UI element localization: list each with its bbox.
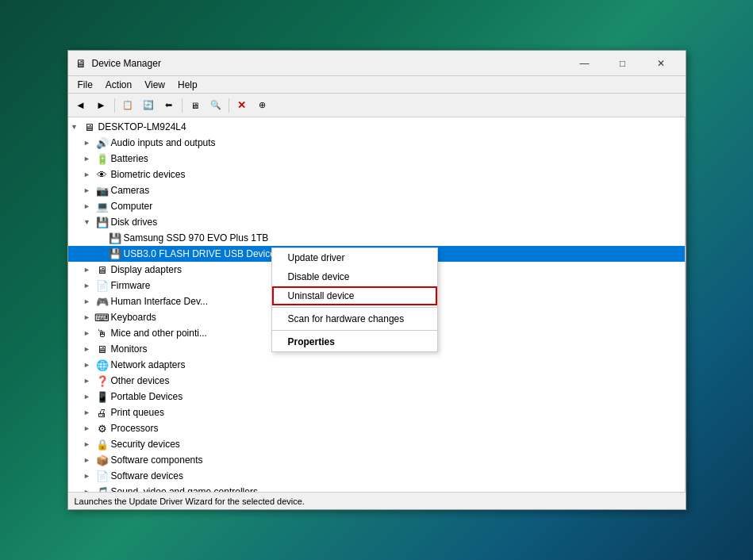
tree-item-portable[interactable]: ► 📱 Portable Devices [68, 389, 685, 405]
add-driver-button[interactable]: ⊕ [253, 97, 272, 114]
audio-expand: ► [81, 136, 94, 149]
sw-components-label: Software components [111, 455, 203, 466]
cameras-expand: ► [81, 184, 94, 197]
audio-icon: 🔊 [96, 136, 109, 149]
tree-item-audio[interactable]: ► 🔊 Audio inputs and outputs [68, 135, 685, 151]
update-driver-button[interactable]: 🔄 [139, 97, 158, 114]
maximize-button[interactable]: □ [605, 51, 641, 76]
menu-view[interactable]: View [138, 78, 171, 92]
processors-icon: ⚙ [96, 422, 109, 435]
menu-bar: File Action View Help [68, 76, 686, 94]
minimize-button[interactable]: — [567, 51, 603, 76]
window-icon: 🖥 [75, 57, 87, 70]
sw-components-icon: 📦 [96, 454, 109, 466]
biometric-label: Biometric devices [111, 169, 186, 180]
security-icon: 🔒 [96, 438, 109, 451]
tree-root[interactable]: ▼ 🖥 DESKTOP-LM924L4 [68, 119, 685, 135]
root-icon: 🖥 [83, 121, 96, 133]
hid-label: Human Interface Dev... [111, 296, 209, 307]
status-text: Launches the Update Driver Wizard for th… [75, 497, 305, 506]
scan-changes-button[interactable]: 🔍 [206, 97, 225, 114]
sound-label: Sound, video and game controllers [111, 486, 258, 492]
processors-label: Processors [111, 423, 159, 434]
diskdrives-expand: ▼ [81, 216, 94, 228]
tree-item-print[interactable]: ► 🖨 Print queues [68, 405, 685, 420]
mice-icon: 🖱 [96, 327, 109, 339]
tree-item-security[interactable]: ► 🔒 Security devices [68, 436, 685, 452]
tree-item-diskdrives[interactable]: ▼ 💾 Disk drives [68, 214, 685, 230]
keyboards-icon: ⌨ [96, 311, 109, 324]
tree-item-batteries[interactable]: ► 🔋 Batteries [68, 151, 685, 167]
root-expand-icon: ▼ [68, 121, 81, 133]
security-expand: ► [81, 438, 94, 451]
ctx-disable-device[interactable]: Disable device [272, 267, 437, 286]
cameras-label: Cameras [111, 185, 150, 196]
tree-item-other[interactable]: ► ❓ Other devices [68, 373, 685, 389]
tree-item-processors[interactable]: ► ⚙ Processors [68, 420, 685, 436]
forward-button[interactable]: ► [92, 97, 111, 114]
tree-item-biometric[interactable]: ► 👁 Biometric devices [68, 167, 685, 182]
mice-expand: ► [81, 327, 94, 339]
biometric-expand: ► [81, 168, 94, 181]
tree-item-software-components[interactable]: ► 📦 Software components [68, 452, 685, 468]
tree-item-network[interactable]: ► 🌐 Network adapters [68, 357, 685, 373]
sw-devices-icon: 📄 [96, 470, 109, 482]
close-button[interactable]: ✕ [643, 51, 679, 76]
menu-file[interactable]: File [71, 78, 99, 92]
audio-label: Audio inputs and outputs [111, 137, 216, 148]
display-expand: ► [81, 263, 94, 276]
ctx-update-driver[interactable]: Update driver [272, 248, 437, 267]
properties-button[interactable]: 📋 [118, 97, 137, 114]
uninstall-button[interactable]: ✕ [232, 97, 252, 114]
diskdrives-label: Disk drives [111, 217, 158, 228]
print-label: Print queues [111, 407, 164, 418]
tree-item-samsung-ssd[interactable]: 💾 Samsung SSD 970 EVO Plus 1TB [68, 230, 685, 246]
display-label: Display adapters [111, 264, 182, 275]
cameras-icon: 📷 [96, 184, 109, 197]
usb-expand [94, 247, 106, 260]
toolbar-separator-2 [182, 98, 182, 113]
diskdrives-icon: 💾 [96, 216, 109, 228]
window-controls: — □ ✕ [567, 51, 679, 76]
display-icon: 🖥 [96, 263, 109, 276]
processors-expand: ► [81, 422, 94, 435]
ssd-label: Samsung SSD 970 EVO Plus 1TB [124, 232, 269, 244]
mice-label: Mice and other pointi... [111, 328, 207, 339]
hid-icon: 🎮 [96, 295, 109, 308]
print-icon: 🖨 [96, 406, 109, 419]
network-expand: ► [81, 359, 94, 371]
firmware-icon: 📄 [96, 279, 109, 292]
ctx-scan-hardware[interactable]: Scan for hardware changes [272, 309, 437, 328]
back-button[interactable]: ◄ [71, 97, 90, 114]
toolbar: ◄ ► 📋 🔄 ⬅ 🖥 🔍 ✕ ⊕ [68, 94, 686, 117]
network-label: Network adapters [111, 359, 186, 370]
biometric-icon: 👁 [96, 168, 109, 181]
ssd-icon: 💾 [109, 232, 121, 244]
sw-devices-expand: ► [81, 470, 94, 482]
toolbar-separator-3 [229, 98, 229, 113]
tree-item-sound[interactable]: ► 🎵 Sound, video and game controllers [68, 484, 685, 492]
sound-expand: ► [81, 485, 94, 492]
show-devices-button[interactable]: 🖥 [186, 97, 205, 114]
tree-item-software-devices[interactable]: ► 📄 Software devices [68, 468, 685, 484]
menu-action[interactable]: Action [99, 78, 138, 92]
tree-item-computer[interactable]: ► 💻 Computer [68, 198, 685, 214]
print-expand: ► [81, 406, 94, 419]
tree-item-cameras[interactable]: ► 📷 Cameras [68, 182, 685, 198]
ctx-properties[interactable]: Properties [272, 332, 437, 351]
driver-rollback-button[interactable]: ⬅ [159, 97, 179, 114]
device-manager-window: 🖥 Device Manager — □ ✕ File Action View … [67, 50, 686, 510]
window-title: Device Manager [92, 58, 567, 69]
batteries-icon: 🔋 [96, 152, 109, 165]
portable-expand: ► [81, 390, 94, 403]
computer-icon: 💻 [96, 200, 109, 213]
computer-label: Computer [111, 201, 153, 212]
menu-help[interactable]: Help [171, 78, 204, 92]
ctx-separator-1 [272, 307, 437, 308]
firmware-expand: ► [81, 279, 94, 292]
toolbar-separator-1 [114, 98, 115, 113]
ctx-separator-2 [272, 330, 437, 331]
other-label: Other devices [111, 375, 170, 386]
usb-icon: 💾 [109, 247, 121, 260]
ctx-uninstall-device[interactable]: Uninstall device [272, 286, 437, 305]
